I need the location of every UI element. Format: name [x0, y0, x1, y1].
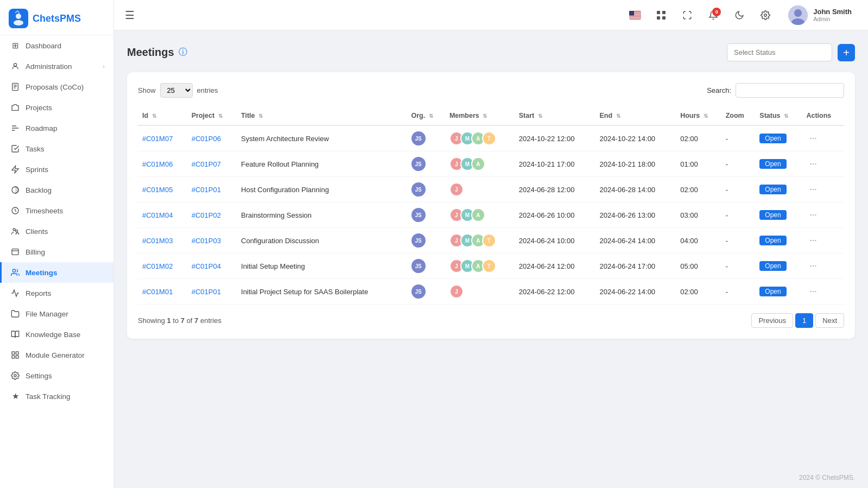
next-button[interactable]: Next [815, 313, 844, 328]
cell-actions: ··· [802, 228, 844, 253]
cell-end: 2024-06-24 17:00 [595, 253, 676, 279]
avatar: JS [411, 208, 426, 222]
status-badge: Open [759, 236, 786, 245]
topbar: ☰ [114, 0, 868, 30]
cell-title: Configuration Discussion [237, 228, 407, 253]
apps-button[interactable] [652, 7, 670, 24]
cell-project[interactable]: #C01P07 [187, 151, 237, 177]
actions-menu-button[interactable]: ··· [806, 132, 820, 144]
cell-org: JS [407, 279, 445, 305]
sidebar-item-module-generator[interactable]: Module Generator [0, 345, 113, 365]
avatar: JS [411, 233, 426, 248]
sort-icon-project: ⇅ [218, 113, 223, 119]
cell-id[interactable]: #C01M02 [138, 253, 187, 279]
notification-button[interactable]: 0 [705, 7, 722, 24]
cell-status: Open [755, 202, 802, 228]
cell-id[interactable]: #C01M06 [138, 151, 187, 177]
cell-project[interactable]: #C01P02 [187, 202, 237, 228]
cell-members: JMAT [445, 253, 515, 279]
settings-button[interactable] [757, 7, 774, 24]
sidebar-item-settings[interactable]: Settings [0, 365, 113, 386]
cell-hours: 03:00 [676, 202, 721, 228]
cell-hours: 05:00 [676, 253, 721, 279]
col-members[interactable]: Members ⇅ [445, 106, 515, 125]
info-icon[interactable]: ⓘ [179, 47, 187, 58]
cell-end: 2024-06-22 14:00 [595, 279, 676, 305]
col-org[interactable]: Org. ⇅ [407, 106, 445, 125]
sidebar-item-backlog[interactable]: Backlog [0, 180, 113, 200]
svg-rect-25 [629, 15, 641, 16]
sidebar-item-task-tracking[interactable]: ★ Task Tracking [0, 386, 113, 407]
cell-project[interactable]: #C01P01 [187, 177, 237, 202]
actions-menu-button[interactable]: ··· [806, 183, 820, 195]
user-profile[interactable]: John Smith Admin [783, 2, 857, 28]
svg-rect-17 [16, 352, 18, 354]
actions-menu-button[interactable]: ··· [806, 235, 820, 246]
show-entries-control: Show 25 10 50 100 entries [138, 83, 218, 98]
svg-rect-30 [662, 11, 666, 14]
dashboard-icon: ⊞ [10, 41, 20, 50]
cell-project[interactable]: #C01P01 [187, 279, 237, 305]
actions-menu-button[interactable]: ··· [806, 158, 820, 170]
previous-button[interactable]: Previous [751, 313, 793, 328]
cell-zoom: - [721, 151, 756, 177]
sidebar-item-label: File Manager [26, 310, 105, 318]
add-meeting-button[interactable]: + [838, 44, 855, 61]
status-filter-input[interactable] [727, 43, 832, 61]
sidebar-item-label: Task Tracking [26, 392, 105, 401]
footer: 2024 © ChetsPMS. [114, 467, 868, 488]
cell-id[interactable]: #C01M07 [138, 125, 187, 151]
sidebar-item-knowledge-base[interactable]: Knowledge Base [0, 324, 113, 345]
sidebar-item-timesheets[interactable]: Timesheets [0, 200, 113, 221]
sidebar-item-reports[interactable]: Reports [0, 283, 113, 303]
avatar-group: JMA [449, 208, 510, 222]
col-start[interactable]: Start ⇅ [515, 106, 595, 125]
language-selector[interactable] [626, 7, 644, 24]
sidebar-item-tasks[interactable]: Tasks [0, 138, 113, 159]
actions-menu-button[interactable]: ··· [806, 209, 820, 221]
sidebar-item-label: Roadmap [26, 124, 105, 132]
hamburger-button[interactable]: ☰ [125, 9, 135, 22]
dark-mode-button[interactable] [731, 7, 748, 24]
fullscreen-button[interactable] [679, 7, 696, 24]
svg-point-15 [12, 269, 15, 272]
sidebar-item-administration[interactable]: Administration › [0, 56, 113, 77]
sidebar-item-clients[interactable]: Clients [0, 221, 113, 242]
col-title[interactable]: Title ⇅ [237, 106, 407, 125]
cell-id[interactable]: #C01M03 [138, 228, 187, 253]
cell-id[interactable]: #C01M05 [138, 177, 187, 202]
cell-title: Initial Project Setup for SAAS Boilerpla… [237, 279, 407, 305]
sidebar-item-label: Timesheets [26, 207, 105, 215]
cell-project[interactable]: #C01P03 [187, 228, 237, 253]
entries-per-page-select[interactable]: 25 10 50 100 [160, 83, 193, 98]
sidebar-item-projects[interactable]: Projects [0, 97, 113, 118]
sidebar-item-roadmap[interactable]: Roadmap [0, 118, 113, 138]
cell-id[interactable]: #C01M04 [138, 202, 187, 228]
sidebar-item-label: Tasks [26, 145, 105, 153]
table-row: #C01M02#C01P04Initial Setup MeetingJSJMA… [138, 253, 844, 279]
cell-project[interactable]: #C01P06 [187, 125, 237, 151]
cell-id[interactable]: #C01M01 [138, 279, 187, 305]
actions-menu-button[interactable]: ··· [806, 260, 820, 272]
sidebar-item-file-manager[interactable]: File Manager [0, 303, 113, 324]
search-input[interactable] [736, 83, 844, 98]
task-tracking-icon: ★ [10, 391, 20, 401]
sidebar-item-dashboard[interactable]: ⊞ Dashboard [0, 35, 113, 56]
col-status[interactable]: Status ⇅ [755, 106, 802, 125]
gear-icon [761, 10, 770, 20]
sidebar-item-billing[interactable]: Billing [0, 242, 113, 262]
chevron-right-icon: › [103, 63, 105, 69]
sidebar-item-proposals[interactable]: Proposals (CoCo) [0, 77, 113, 97]
col-end[interactable]: End ⇅ [595, 106, 676, 125]
col-id[interactable]: Id ⇅ [138, 106, 187, 125]
page-1-button[interactable]: 1 [795, 313, 813, 328]
col-project[interactable]: Project ⇅ [187, 106, 237, 125]
cell-project[interactable]: #C01P04 [187, 253, 237, 279]
sidebar-item-meetings[interactable]: Meetings [0, 262, 113, 283]
actions-menu-button[interactable]: ··· [806, 286, 820, 297]
cell-hours: 01:00 [676, 151, 721, 177]
sidebar-item-sprints[interactable]: Sprints [0, 159, 113, 180]
cell-end: 2024-10-21 18:00 [595, 151, 676, 177]
col-hours[interactable]: Hours ⇅ [676, 106, 721, 125]
cell-start: 2024-06-22 12:00 [515, 279, 595, 305]
